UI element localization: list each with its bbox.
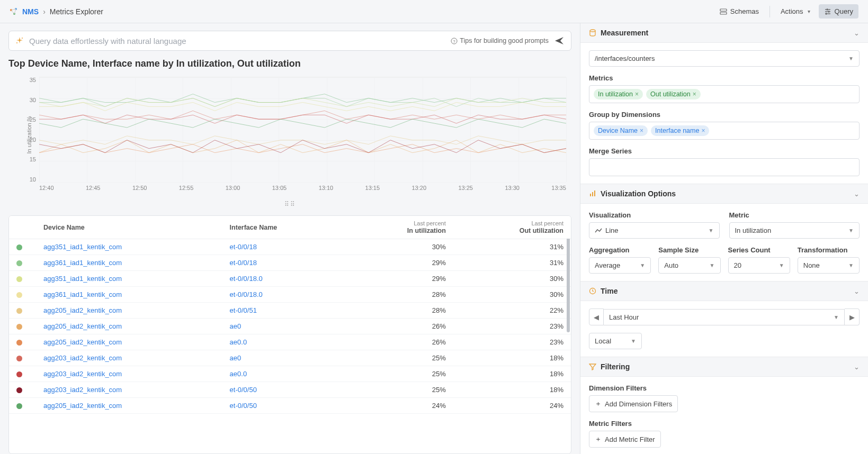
device-link[interactable]: agg203_iad2_kentik_com bbox=[43, 386, 122, 394]
device-link[interactable]: agg203_iad2_kentik_com bbox=[43, 354, 122, 362]
merge-input[interactable] bbox=[589, 158, 860, 176]
device-link[interactable]: agg361_iad1_kentik_com bbox=[43, 259, 122, 267]
metric-select[interactable]: In utilization ▼ bbox=[729, 222, 860, 239]
line-chart-icon bbox=[595, 228, 602, 233]
series-count-select[interactable]: 20▼ bbox=[728, 257, 790, 274]
interface-link[interactable]: et-0/0/50 bbox=[230, 402, 257, 410]
out-util-cell: 22% bbox=[453, 303, 571, 319]
sample-size-select[interactable]: Auto▼ bbox=[658, 257, 720, 274]
time-range-select[interactable]: Last Hour▼ bbox=[604, 309, 845, 325]
tag-remove-icon[interactable]: × bbox=[640, 127, 643, 134]
nl-query-bar[interactable]: Query data effortlessly with natural lan… bbox=[8, 31, 571, 51]
svg-marker-20 bbox=[589, 364, 596, 370]
table-row[interactable]: agg205_iad2_kentik_comae026%23% bbox=[9, 319, 571, 334]
viz-icon bbox=[589, 190, 596, 197]
interface-link[interactable]: ae0.0 bbox=[230, 370, 247, 378]
tag[interactable]: Interface name × bbox=[651, 125, 709, 136]
transformation-select[interactable]: None▼ bbox=[798, 257, 860, 274]
add-dimension-filter-button[interactable]: ＋ Add Dimension Filters bbox=[589, 395, 678, 412]
time-prev-button[interactable]: ◀ bbox=[589, 308, 604, 325]
send-icon[interactable] bbox=[554, 35, 565, 46]
table-row[interactable]: agg205_iad2_kentik_comae0.026%23% bbox=[9, 334, 571, 350]
filter-icon bbox=[589, 363, 596, 370]
aggregation-select[interactable]: Average▼ bbox=[589, 257, 651, 274]
resize-handle[interactable]: ⠿⠿ bbox=[8, 201, 571, 208]
device-link[interactable]: agg205_iad2_kentik_com bbox=[43, 322, 122, 330]
col-interface[interactable]: Interface Name bbox=[222, 216, 347, 239]
dimension-filters-label: Dimension Filters bbox=[589, 384, 860, 392]
interface-link[interactable]: et-0/0/50 bbox=[230, 386, 257, 394]
tips-link[interactable]: ? Tips for building good prompts bbox=[451, 37, 549, 44]
in-util-cell: 29% bbox=[346, 271, 453, 287]
query-sidebar: Measurement ⌄ /interfaces/counters ▼ Met… bbox=[580, 23, 868, 454]
col-in-util[interactable]: Last percentIn utilization bbox=[346, 216, 453, 239]
interface-link[interactable]: ae0 bbox=[230, 354, 241, 362]
table-row[interactable]: agg205_iad2_kentik_comet-0/0/5128%22% bbox=[9, 303, 571, 319]
panel-measurement-body: /interfaces/counters ▼ Metrics In utiliz… bbox=[580, 43, 868, 184]
x-tick: 13:25 bbox=[458, 185, 473, 193]
device-link[interactable]: agg351_iad1_kentik_com bbox=[43, 243, 122, 251]
actions-dropdown[interactable]: Actions bbox=[775, 4, 816, 19]
device-link[interactable]: agg205_iad2_kentik_com bbox=[43, 402, 122, 410]
tag[interactable]: Out utilization × bbox=[646, 89, 701, 99]
device-link[interactable]: agg205_iad2_kentik_com bbox=[43, 338, 122, 346]
tag-remove-icon[interactable]: × bbox=[635, 90, 639, 98]
table-row[interactable]: agg203_iad2_kentik_comet-0/0/5025%18% bbox=[9, 382, 571, 398]
table-row[interactable]: agg203_iad2_kentik_comae0.025%18% bbox=[9, 366, 571, 382]
series-color-dot bbox=[16, 356, 22, 361]
out-util-cell: 30% bbox=[453, 287, 571, 303]
schemas-button[interactable]: Schemas bbox=[714, 4, 764, 19]
device-link[interactable]: agg205_iad2_kentik_com bbox=[43, 306, 122, 314]
table-row[interactable]: agg361_iad1_kentik_comet-0/0/18.028%30% bbox=[9, 287, 571, 303]
chevron-down-icon: ⌄ bbox=[854, 29, 860, 37]
device-link[interactable]: agg203_iad2_kentik_com bbox=[43, 370, 122, 378]
in-util-cell: 28% bbox=[346, 303, 453, 319]
x-axis-ticks: 12:4012:4512:5012:5513:0013:0513:1013:15… bbox=[39, 185, 566, 193]
table-row[interactable]: agg351_iad1_kentik_comet-0/0/18.029%30% bbox=[9, 271, 571, 287]
x-tick: 13:35 bbox=[551, 185, 566, 193]
add-metric-filter-button[interactable]: ＋ Add Metric Filter bbox=[589, 431, 661, 448]
schemas-icon bbox=[720, 8, 727, 15]
series-color-dot bbox=[16, 340, 22, 346]
metrics-tag-input[interactable]: In utilization ×Out utilization × bbox=[589, 85, 860, 103]
in-util-cell: 24% bbox=[346, 398, 453, 414]
tag-remove-icon[interactable]: × bbox=[693, 90, 696, 98]
interface-link[interactable]: et-0/0/18.0 bbox=[230, 275, 263, 283]
header-actions: Schemas Actions Query bbox=[714, 4, 858, 19]
interface-link[interactable]: et-0/0/18 bbox=[230, 243, 257, 251]
chart-area[interactable]: In utilization % 353025201510 12:4012:45… bbox=[8, 77, 571, 193]
tag-remove-icon[interactable]: × bbox=[701, 127, 705, 134]
panel-measurement-header[interactable]: Measurement ⌄ bbox=[580, 23, 868, 43]
measurement-select[interactable]: /interfaces/counters ▼ bbox=[589, 50, 860, 67]
table-row[interactable]: agg351_iad1_kentik_comet-0/0/1830%31% bbox=[9, 239, 571, 255]
out-util-cell: 31% bbox=[453, 255, 571, 271]
device-link[interactable]: agg351_iad1_kentik_com bbox=[43, 275, 122, 283]
visualization-select[interactable]: Line ▼ bbox=[589, 222, 720, 239]
query-button[interactable]: Query bbox=[819, 4, 858, 19]
table-row[interactable]: agg205_iad2_kentik_comet-0/0/5024%24% bbox=[9, 398, 571, 414]
tag[interactable]: Device Name × bbox=[594, 125, 648, 136]
table-row[interactable]: agg361_iad1_kentik_comet-0/0/1829%31% bbox=[9, 255, 571, 271]
device-link[interactable]: agg361_iad1_kentik_com bbox=[43, 290, 122, 298]
col-device[interactable]: Device Name bbox=[36, 216, 222, 239]
time-next-button[interactable]: ▶ bbox=[845, 308, 860, 325]
interface-link[interactable]: ae0.0 bbox=[230, 338, 247, 346]
col-out-util[interactable]: Last percentOut utilization bbox=[453, 216, 571, 239]
scrollbar-thumb[interactable] bbox=[567, 237, 570, 332]
interface-link[interactable]: et-0/0/51 bbox=[230, 306, 257, 314]
brand-link[interactable]: NMS bbox=[22, 7, 39, 16]
groupby-tag-input[interactable]: Device Name ×Interface name × bbox=[589, 122, 860, 140]
series-color-dot bbox=[16, 371, 22, 377]
tag[interactable]: In utilization × bbox=[594, 89, 643, 99]
interface-link[interactable]: et-0/0/18.0 bbox=[230, 290, 263, 298]
out-util-cell: 18% bbox=[453, 382, 571, 398]
table-row[interactable]: agg203_iad2_kentik_comae025%18% bbox=[9, 350, 571, 366]
panel-viz-header[interactable]: Visualization Options ⌄ bbox=[580, 184, 868, 204]
panel-filtering-header[interactable]: Filtering ⌄ bbox=[580, 357, 868, 377]
timezone-select[interactable]: Local▼ bbox=[589, 333, 642, 349]
in-util-cell: 25% bbox=[346, 366, 453, 382]
svg-text:?: ? bbox=[453, 39, 456, 43]
interface-link[interactable]: ae0 bbox=[230, 322, 241, 330]
interface-link[interactable]: et-0/0/18 bbox=[230, 259, 257, 267]
panel-time-header[interactable]: Time ⌄ bbox=[580, 281, 868, 301]
